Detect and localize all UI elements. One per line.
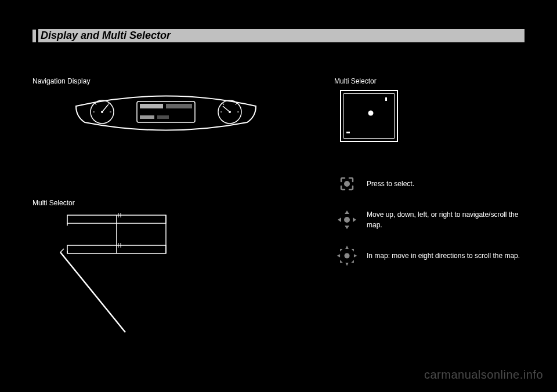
console-illustration [32, 210, 299, 361]
svg-rect-15 [140, 104, 163, 108]
eight-way-arrows-icon [334, 243, 360, 268]
dashboard-label: Navigation Display [32, 77, 299, 85]
svg-line-5 [102, 105, 108, 112]
selector-center-dot-icon [368, 111, 374, 116]
multi-selector-closeup [340, 90, 398, 142]
svg-line-11 [223, 103, 224, 105]
instruction-row: Move up, down, left, or right to navigat… [334, 207, 525, 233]
left-column: Navigation Display [32, 77, 299, 361]
heading-accent [32, 30, 36, 42]
four-way-arrows-icon [334, 207, 360, 233]
tick-mark-icon [346, 132, 350, 133]
right-column: Multi Selector Press to select. [334, 77, 525, 361]
instruction-row: Press to select. [334, 171, 525, 197]
svg-line-6 [223, 106, 230, 112]
svg-line-32 [60, 249, 64, 252]
instruction-row: In map: move in eight directions to scro… [334, 243, 525, 268]
svg-line-12 [236, 103, 237, 105]
svg-point-34 [344, 217, 350, 223]
svg-point-33 [344, 181, 350, 187]
heading-text: Display and Multi Selector [38, 29, 525, 42]
svg-line-31 [60, 252, 125, 332]
dashboard-svg [73, 89, 259, 147]
section-heading: Display and Multi Selector [32, 29, 525, 42]
svg-rect-16 [166, 104, 192, 108]
multi-selector-inner [343, 93, 395, 139]
svg-rect-17 [140, 115, 154, 119]
content-columns: Navigation Display [32, 77, 525, 361]
instruction-text: Press to select. [367, 179, 525, 189]
multi-selector-label: Multi Selector [334, 77, 525, 85]
dashboard-illustration [32, 89, 299, 176]
svg-line-8 [108, 103, 109, 105]
instruction-text: Move up, down, left, or right to navigat… [367, 209, 525, 230]
console-label: Multi Selector [32, 199, 299, 207]
press-center-icon [334, 171, 360, 197]
svg-point-35 [344, 253, 349, 258]
svg-line-7 [95, 103, 96, 105]
console-svg [32, 210, 218, 350]
svg-rect-18 [157, 115, 169, 119]
watermark: carmanualsonline.info [424, 368, 543, 382]
tick-mark-icon [385, 97, 387, 101]
instruction-text: In map: move in eight directions to scro… [367, 251, 525, 261]
